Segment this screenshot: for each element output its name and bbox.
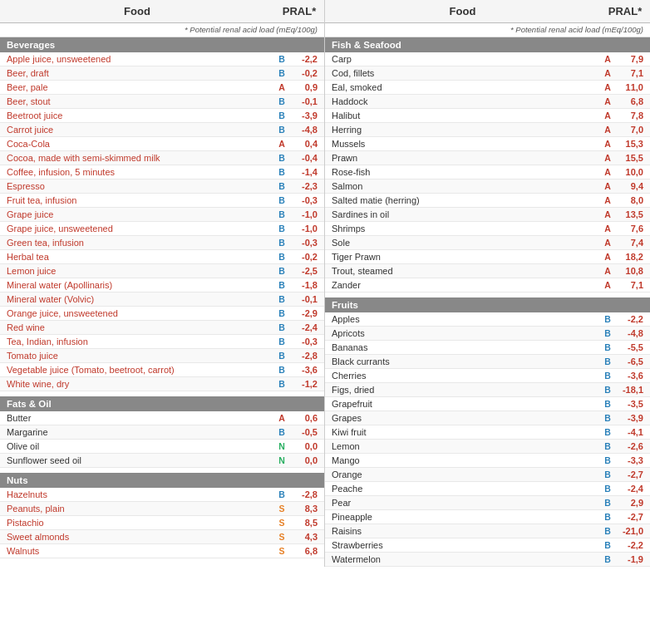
food-value: 7,1 bbox=[615, 68, 650, 78]
table-row: Margarine B -0,5 bbox=[0, 425, 324, 440]
food-letter: B bbox=[274, 379, 289, 389]
food-value: 11,0 bbox=[615, 82, 650, 92]
food-letter: B bbox=[600, 342, 615, 352]
table-row: Zander A 7,1 bbox=[325, 278, 650, 293]
table-row: Halibut A 7,8 bbox=[325, 109, 650, 123]
food-name: Peache bbox=[325, 482, 600, 495]
food-value: -18,1 bbox=[615, 385, 650, 395]
food-name: Pear bbox=[325, 496, 600, 509]
food-letter: B bbox=[600, 427, 615, 437]
table-row: Salmon A 9,4 bbox=[325, 179, 650, 194]
food-value: 4,3 bbox=[289, 532, 324, 542]
food-letter: A bbox=[600, 280, 615, 290]
food-letter: A bbox=[600, 54, 615, 64]
table-row: Prawn A 15,5 bbox=[325, 151, 650, 165]
food-name: Vegetable juice (Tomato, beetroot, carro… bbox=[0, 363, 274, 376]
table-row: Rose-fish A 10,0 bbox=[325, 165, 650, 179]
food-value: 8,3 bbox=[289, 504, 324, 514]
table-row: Pineapple B -2,7 bbox=[325, 510, 650, 524]
table-row: Cherries B -3,6 bbox=[325, 369, 650, 383]
food-name: Cherries bbox=[325, 369, 600, 382]
table-row: Tomato juice B -2,8 bbox=[0, 349, 324, 363]
food-name: Cod, fillets bbox=[325, 66, 600, 80]
food-name: Prawn bbox=[325, 151, 600, 165]
table-row: Salted matie (herring) A 8,0 bbox=[325, 194, 650, 208]
table-row: Shrimps A 7,6 bbox=[325, 222, 650, 236]
food-letter: A bbox=[274, 139, 289, 149]
table-row: Walnuts S 6,8 bbox=[0, 544, 324, 558]
food-value: -3,9 bbox=[615, 413, 650, 423]
food-name: Tiger Prawn bbox=[325, 250, 600, 263]
food-name: Walnuts bbox=[0, 544, 274, 558]
food-letter: A bbox=[600, 266, 615, 276]
food-value: 7,9 bbox=[615, 54, 650, 64]
table-row: Trout, steamed A 10,8 bbox=[325, 264, 650, 278]
table-row: Carp A 7,9 bbox=[325, 52, 650, 66]
table-row: Bananas B -5,5 bbox=[325, 341, 650, 355]
food-letter: B bbox=[274, 54, 289, 64]
food-letter: A bbox=[600, 82, 615, 92]
table-row: Espresso B -2,3 bbox=[0, 179, 324, 194]
food-value: 15,3 bbox=[615, 139, 650, 149]
food-letter: B bbox=[600, 328, 615, 338]
food-name: Salted matie (herring) bbox=[325, 194, 600, 207]
food-value: 0,0 bbox=[289, 455, 324, 465]
food-name: Salmon bbox=[325, 179, 600, 193]
food-name: Margarine bbox=[0, 425, 274, 439]
food-name: Sweet almonds bbox=[0, 530, 274, 543]
section-fish: Fish & Seafood bbox=[325, 37, 650, 52]
table-row: Mineral water (Volvic) B -0,1 bbox=[0, 293, 324, 307]
food-name: Mineral water (Volvic) bbox=[0, 293, 274, 306]
food-name: Raisins bbox=[325, 524, 600, 538]
food-value: 10,0 bbox=[615, 167, 650, 177]
food-letter: S bbox=[274, 546, 289, 556]
food-letter: B bbox=[274, 266, 289, 276]
food-letter: B bbox=[274, 96, 289, 106]
food-letter: A bbox=[600, 111, 615, 120]
table-row: Apple juice, unsweetened B -2,2 bbox=[0, 52, 324, 66]
table-row: Sole A 7,4 bbox=[325, 236, 650, 250]
table-row: Hazelnuts B -2,8 bbox=[0, 488, 324, 502]
food-name: Apples bbox=[325, 312, 600, 326]
table-row: Apricots B -4,8 bbox=[325, 327, 650, 341]
section-fruits: Fruits bbox=[325, 297, 650, 312]
table-row: Peache B -2,4 bbox=[325, 482, 650, 496]
food-name: Lemon juice bbox=[0, 264, 274, 278]
food-name: Grape juice, unsweetened bbox=[0, 222, 274, 235]
table-row: Sweet almonds S 4,3 bbox=[0, 530, 324, 544]
right-column: Food PRAL* * Potential renal acid load (… bbox=[325, 0, 650, 567]
left-pral-header: PRAL* bbox=[274, 0, 324, 22]
food-letter: S bbox=[274, 532, 289, 542]
table-row: Vegetable juice (Tomato, beetroot, carro… bbox=[0, 363, 324, 377]
food-value: -6,5 bbox=[615, 356, 650, 366]
food-name: Red wine bbox=[0, 321, 274, 334]
food-value: -0,3 bbox=[289, 238, 324, 248]
food-value: 0,0 bbox=[289, 441, 324, 451]
main-page: Food PRAL* * Potential renal acid load (… bbox=[0, 0, 650, 567]
left-food-header: Food bbox=[0, 0, 274, 22]
table-row: Peanuts, plain S 8,3 bbox=[0, 502, 324, 516]
food-letter: S bbox=[274, 504, 289, 514]
table-row: Watermelon B -1,9 bbox=[325, 553, 650, 567]
left-subtitle: * Potential renal acid load (mEq/100g) bbox=[0, 23, 324, 37]
food-letter: A bbox=[600, 125, 615, 135]
table-row: Fruit tea, infusion B -0,3 bbox=[0, 194, 324, 208]
food-value: -1,2 bbox=[289, 379, 324, 389]
table-row: Cocoa, made with semi-skimmed milk B -0,… bbox=[0, 151, 324, 165]
right-subtitle: * Potential renal acid load (mEq/100g) bbox=[325, 23, 650, 37]
food-value: -2,7 bbox=[615, 512, 650, 522]
food-letter: B bbox=[274, 365, 289, 375]
food-name: Sunflower seed oil bbox=[0, 454, 274, 467]
section-beverages: Beverages bbox=[0, 37, 324, 52]
food-value: 0,4 bbox=[289, 139, 324, 149]
food-letter: B bbox=[600, 441, 615, 451]
food-value: 7,6 bbox=[615, 224, 650, 234]
food-letter: B bbox=[600, 540, 615, 550]
food-value: -5,5 bbox=[615, 342, 650, 352]
food-name: Olive oil bbox=[0, 440, 274, 453]
food-value: 0,6 bbox=[289, 413, 324, 423]
food-name: Eal, smoked bbox=[325, 81, 600, 94]
right-food-header: Food bbox=[325, 0, 600, 22]
food-letter: A bbox=[600, 96, 615, 106]
food-value: 6,8 bbox=[615, 96, 650, 106]
